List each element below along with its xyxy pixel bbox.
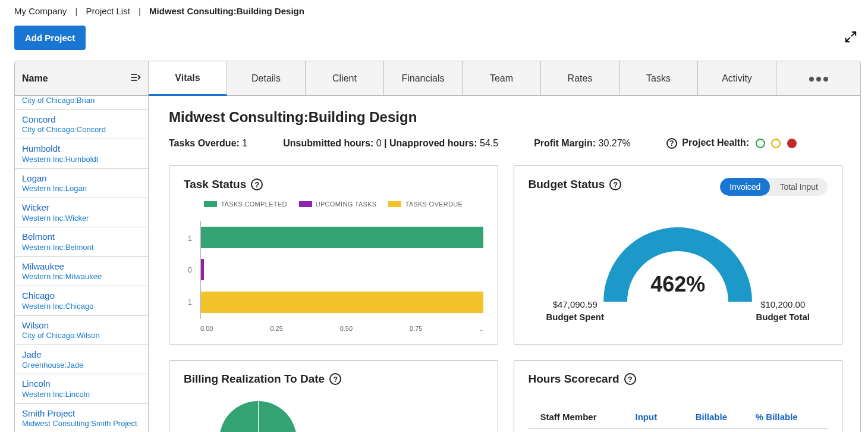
add-project-button[interactable]: Add Project [14,26,86,50]
page-title: Midwest Consulting:Building Design [169,109,842,126]
metric-margin: Profit Margin: 30.27% [534,138,631,149]
legend-upcoming-icon [299,201,312,207]
help-icon[interactable]: ? [251,179,263,190]
health-green-icon [756,139,765,148]
billing-realization-card: Billing Realization To Date ? [169,360,498,432]
list-item[interactable]: Jade Greenhouse:Jade [15,345,148,374]
legend-completed-icon [204,201,217,207]
tab-vitals[interactable]: Vitals [149,61,227,96]
pie-chart [219,401,297,432]
health-yellow-icon [771,139,781,148]
expand-icon[interactable] [844,30,857,45]
tab-client[interactable]: Client [306,61,384,95]
list-item[interactable]: Concord City of Chicago:Concord [15,110,148,139]
help-icon[interactable]: ? [609,179,621,190]
list-item[interactable]: Belmont Western Inc:Belmont [15,227,148,256]
list-item[interactable]: Logan Western Inc:Logan [15,169,148,198]
help-icon[interactable]: ? [666,138,677,149]
collapse-sidebar-icon[interactable] [129,71,141,86]
list-item[interactable]: Humboldt Western Inc:Humboldt [15,139,148,168]
more-icon [808,73,829,84]
project-sidebar: Name City of Chicago:Brian Concord City … [15,61,149,432]
hours-scorecard: Hours Scorecard ? Staff Member Input Bil… [514,360,843,432]
breadcrumb-root[interactable]: My Company [14,6,67,16]
breadcrumb: My Company | Project List | Midwest Cons… [0,0,868,20]
help-icon[interactable]: ? [624,373,636,385]
sidebar-header: Name [22,73,48,84]
tab-rates[interactable]: Rates [541,61,619,95]
list-item[interactable]: Wicker Western Inc:Wicker [15,198,148,227]
breadcrumb-current: Midwest Consulting:Building Design [149,6,304,16]
budget-toggle[interactable]: Invoiced Total Input [720,178,828,196]
health-red-icon [787,139,797,148]
metric-health: ? Project Health: [666,137,797,149]
tab-team[interactable]: Team [463,61,541,95]
metric-overdue: Tasks Overdue: 1 [169,138,247,149]
gauge-percent: 462% [603,272,752,297]
tabs: Vitals Details Client Financials Team Ra… [149,61,860,96]
tab-tasks[interactable]: Tasks [619,61,698,95]
breadcrumb-list[interactable]: Project List [86,6,130,16]
tab-financials[interactable]: Financials [384,61,463,95]
task-legend: TASKS COMPLETED UPCOMING TASKS TASKS OVE… [184,201,483,208]
toggle-invoiced[interactable]: Invoiced [720,178,770,196]
list-item[interactable]: Chicago Western Inc:Chicago [15,286,148,315]
toggle-total-input[interactable]: Total Input [770,178,828,196]
list-item[interactable]: Smith Project Midwest Consulting:Smith P… [15,404,148,432]
metric-hours: Unsubmitted hours: 0 | Unapproved hours:… [283,138,498,149]
main-panel: Name City of Chicago:Brian Concord City … [14,61,861,432]
list-item[interactable]: City of Chicago:Brian [15,96,148,110]
help-icon[interactable]: ? [329,373,341,385]
tab-activity[interactable]: Activity [698,61,776,95]
task-status-card: Task Status ? TASKS COMPLETED UPCOMING T… [169,165,498,345]
list-item[interactable]: Milwaukee Western Inc:Milwaukee [15,257,148,286]
tab-more[interactable] [776,61,860,95]
budget-status-card: Invoiced Total Input Budget Status ? 462… [514,165,843,345]
legend-overdue-icon [388,201,401,207]
task-status-chart: 1 0 1 [200,221,483,319]
chart-xaxis: 0.00 0.25 0.50 0.75 .. [200,325,483,332]
project-list[interactable]: City of Chicago:Brian Concord City of Ch… [15,96,148,432]
tab-details[interactable]: Details [227,61,306,95]
scorecard-header: Staff Member Input Billable % Billable [529,407,828,429]
budget-gauge: 462% [603,227,752,302]
list-item[interactable]: Lincoln Western Inc:Lincoln [15,374,148,403]
list-item[interactable]: Wilson City of Chicago:Wilson [15,316,148,345]
metrics-row: Tasks Overdue: 1 Unsubmitted hours: 0 | … [169,137,842,149]
